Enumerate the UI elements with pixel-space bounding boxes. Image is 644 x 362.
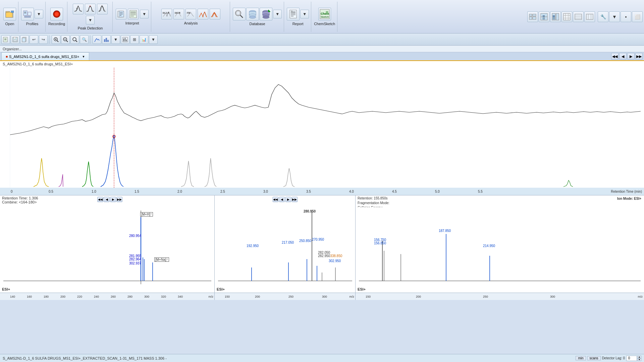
analysis-btn-3[interactable]: ITA: [185, 9, 196, 19]
ms-panel: ◀◀ ◀ ▶ ▶▶ MS 280.950 192.950 217.050: [215, 195, 356, 300]
peak-dropdown[interactable]: ▼: [86, 16, 95, 24]
svg-point-36: [263, 16, 269, 18]
right-btn-3[interactable]: [550, 11, 561, 22]
save-btn[interactable]: [11, 35, 19, 44]
right-btn-maximize[interactable]: ⬜: [632, 11, 643, 22]
status-bar: S_AMS2N1-D_1_6 SULFA DRUGS_MS1_ESI+_EXTR…: [0, 354, 644, 362]
comp-nav-first[interactable]: ◀◀: [97, 197, 103, 202]
database-btn-2[interactable]: [246, 8, 259, 20]
interpret-dropdown[interactable]: ▼: [140, 10, 149, 18]
component-xaxis: 140 160 180 200 220 240 260 280 300 320 …: [0, 293, 215, 300]
database-dropdown[interactable]: ▼: [273, 10, 282, 18]
tab-dropdown[interactable]: ▼: [82, 55, 85, 58]
scans-btn[interactable]: scans: [587, 356, 601, 360]
analysis-btn-5[interactable]: [210, 9, 220, 19]
toolbar-top: Open ▼ Profiles: [0, 0, 644, 34]
component-ion-mode: ESI+: [2, 287, 10, 291]
redo-btn[interactable]: ↪: [39, 35, 48, 44]
right-btn-7[interactable]: 🔧: [598, 11, 608, 22]
profiles-button[interactable]: [21, 8, 34, 20]
interpret-label: Interpret: [125, 21, 139, 25]
report-button[interactable]: [287, 8, 300, 20]
spinner-up[interactable]: ▲: [637, 356, 641, 358]
zoom-out-btn[interactable]: [61, 35, 70, 44]
right-btn-5[interactable]: [573, 11, 584, 22]
right-btn-6[interactable]: [584, 11, 595, 22]
zoom-in-btn[interactable]: [52, 35, 60, 44]
ms-nav-last[interactable]: ▶▶: [291, 197, 298, 202]
tab-item-main[interactable]: ■ S_AMS2N1-D_1_6 sulfa drugs_MS1_ESI+ ▼: [1, 52, 89, 60]
report-dropdown[interactable]: ▼: [300, 10, 309, 18]
graph-btn-2[interactable]: [102, 35, 111, 44]
graph-btn-3[interactable]: [121, 35, 129, 44]
retention-time-info: Retention Time: 1.306 Combine: <164-180>: [2, 196, 38, 204]
comp-nav-last[interactable]: ▶▶: [116, 197, 122, 202]
database-btn-3[interactable]: [260, 8, 272, 20]
ms-peak-192950: 192.950: [247, 244, 259, 248]
svg-line-85: [76, 41, 77, 42]
copy-btn[interactable]: [20, 35, 29, 44]
analysis-btn-4[interactable]: [198, 9, 208, 19]
ms-nav-prev[interactable]: ◀: [279, 197, 285, 202]
ms-nav-next[interactable]: ▶: [285, 197, 291, 202]
right-btn-8[interactable]: ▪: [621, 11, 631, 22]
spinner-arrows: ▲ ▼: [637, 356, 641, 361]
svg-rect-63: [575, 14, 582, 19]
ms-peak-250850: 250.850: [299, 239, 311, 243]
interpret-btn-1[interactable]: [116, 9, 126, 19]
undo-btn[interactable]: ↩: [30, 35, 38, 44]
detector-lag-input[interactable]: [626, 356, 637, 361]
recording-button[interactable]: [50, 8, 63, 20]
peak-btn-2[interactable]: [85, 4, 96, 14]
nav-prev[interactable]: ◀: [619, 53, 627, 60]
min-btn[interactable]: min: [576, 356, 586, 360]
right-btn-2[interactable]: [539, 11, 549, 22]
svg-rect-49: [533, 17, 536, 19]
status-controls: min scans Detector Lag: 0 ▲ ▼: [576, 356, 641, 361]
x-tick-20: 2.0: [177, 190, 182, 193]
ms-nav-first[interactable]: ◀◀: [272, 197, 278, 202]
graph-btn-4[interactable]: ⊞: [130, 35, 139, 44]
organizer-bar[interactable]: Organizer...: [0, 46, 644, 52]
svg-marker-37: [268, 10, 270, 12]
graph-dropdown-2[interactable]: ▼: [149, 35, 158, 44]
nav-last[interactable]: ▶▶: [635, 53, 643, 60]
right-btn-1[interactable]: [527, 11, 538, 22]
svg-text:Sketch: Sketch: [321, 15, 329, 18]
new-btn[interactable]: [1, 35, 10, 44]
spinner-down[interactable]: ▼: [637, 358, 641, 361]
svg-rect-66: [586, 14, 593, 19]
ms2-panel: Retention: 155.850s Fragmentation Mode: …: [356, 195, 644, 300]
comp-nav-prev[interactable]: ◀: [104, 197, 110, 202]
svg-rect-104: [215, 207, 356, 288]
ms-282950: 282.950338.850: [318, 254, 342, 258]
zoom-reset-btn[interactable]: 🔍: [80, 35, 89, 44]
analysis-btn-2[interactable]: IXCR: [173, 9, 184, 19]
graph-btn-1[interactable]: [93, 35, 101, 44]
right-dropdown-1[interactable]: ▼: [609, 11, 620, 22]
x-tick-35: 3.5: [306, 190, 311, 193]
chemsketch-button[interactable]: Chem Sketch: [318, 8, 331, 20]
peak-btn-3[interactable]: [97, 4, 108, 14]
svg-point-32: [249, 16, 256, 18]
nav-next[interactable]: ▶: [627, 53, 635, 60]
right-btn-4[interactable]: [561, 11, 572, 22]
graph-dropdown[interactable]: ▼: [111, 35, 120, 44]
comp-nav-next[interactable]: ▶: [110, 197, 116, 202]
analysis-btn-1[interactable]: IX 2.0: [161, 9, 172, 19]
database-search-button[interactable]: [233, 8, 246, 20]
zoom-fit-btn[interactable]: [70, 35, 79, 44]
x-tick-10: 1.0: [92, 190, 96, 193]
x-tick-30: 3.0: [263, 190, 268, 193]
profiles-dropdown[interactable]: ▼: [35, 10, 43, 18]
svg-point-27: [236, 11, 240, 15]
svg-rect-88: [107, 40, 109, 42]
svg-rect-113: [356, 207, 644, 288]
peak-btn-1[interactable]: [73, 4, 84, 14]
open-button[interactable]: [3, 8, 16, 20]
graph-btn-5[interactable]: 📊: [140, 35, 148, 44]
x-tick-25: 2.5: [220, 190, 225, 193]
svg-point-26: [235, 10, 241, 16]
nav-first[interactable]: ◀◀: [611, 53, 619, 60]
interpret-btn-2[interactable]: [128, 9, 139, 19]
